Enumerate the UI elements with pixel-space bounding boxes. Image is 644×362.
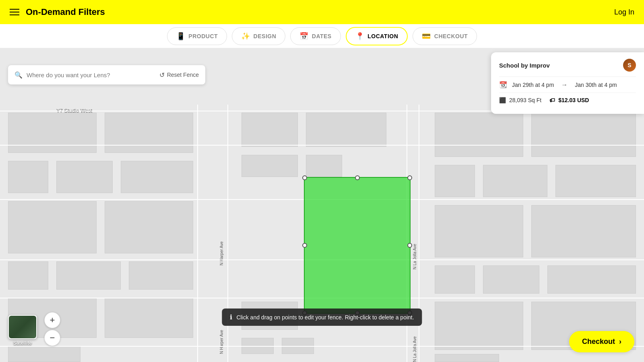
login-button[interactable]: Log In — [614, 8, 634, 16]
city-block — [531, 113, 636, 157]
city-block — [435, 302, 523, 350]
city-block — [8, 113, 97, 153]
info-icon: ℹ — [230, 313, 232, 321]
checkout-button[interactable]: Checkout › — [569, 331, 634, 352]
fence-handle-tm[interactable] — [355, 175, 360, 180]
step-dates-label: DATES — [312, 33, 332, 39]
zoom-controls: + − — [44, 312, 60, 346]
fence-handle-mr[interactable] — [407, 243, 412, 248]
city-block — [435, 354, 499, 362]
city-block — [435, 113, 523, 157]
step-product[interactable]: 📱 PRODUCT — [167, 27, 227, 45]
hamburger-menu[interactable] — [10, 9, 19, 15]
dates-row: 📆 Jan 29th at 4 pm → Jan 30th at 4 pm — [499, 76, 636, 93]
fence-handle-tl[interactable] — [302, 175, 307, 180]
step-design-label: DESIGN — [254, 33, 277, 39]
city-block — [435, 165, 475, 197]
header-left: On-Demand Filters — [10, 7, 105, 17]
search-icon: 🔍 — [14, 71, 23, 79]
road — [0, 346, 644, 347]
city-block — [8, 161, 48, 193]
design-icon: ✨ — [241, 32, 250, 41]
fence-tooltip: ℹ Click and drag on points to edit your … — [222, 309, 422, 326]
city-block — [56, 261, 121, 290]
zoom-in-button[interactable]: + — [44, 312, 60, 328]
city-block — [531, 205, 636, 257]
city-block — [8, 261, 48, 290]
city-block — [435, 265, 475, 294]
city-block — [8, 346, 80, 362]
fence-handle-tr[interactable] — [407, 175, 412, 180]
step-checkout-label: CHECKOUT — [434, 33, 468, 39]
location-icon: 📍 — [355, 32, 365, 41]
city-block — [555, 165, 636, 197]
city-block — [547, 265, 636, 294]
city-block — [56, 161, 113, 193]
city-block — [105, 201, 193, 253]
header: On-Demand Filters Log In — [0, 0, 644, 24]
city-block — [435, 205, 523, 257]
dates-icon: 📅 — [299, 32, 309, 41]
area-price-row: ⬛ 28,093 Sq Ft 🏷 $12.03 USD — [499, 93, 636, 107]
date-end: Jan 30th at 4 pm — [575, 82, 617, 88]
app-title: On-Demand Filters — [26, 7, 105, 17]
tooltip-text: Click and drag on points to edit your fe… — [236, 314, 414, 321]
fence-handle-ml[interactable] — [302, 243, 307, 248]
price-text: $12.03 USD — [558, 97, 589, 103]
city-block — [242, 155, 298, 177]
step-product-label: PRODUCT — [188, 33, 218, 39]
street-label-lajolla1: N La Jolla Ave — [413, 149, 417, 269]
city-block — [483, 165, 547, 197]
search-input[interactable] — [27, 72, 159, 78]
step-location[interactable]: 📍 LOCATION — [346, 27, 408, 45]
geofence[interactable] — [304, 177, 411, 314]
step-design[interactable]: ✨ DESIGN — [232, 27, 285, 45]
satellite-label: Satellite — [13, 340, 32, 346]
city-block — [483, 265, 539, 294]
checkout-icon: 💳 — [422, 32, 431, 41]
arrow-icon: → — [561, 81, 568, 88]
calendar-icon: 📆 — [499, 81, 507, 88]
city-block — [105, 113, 193, 153]
step-location-label: LOCATION — [367, 33, 398, 39]
zoom-out-button[interactable]: − — [44, 330, 60, 346]
city-block — [8, 201, 97, 253]
city-block — [105, 298, 193, 338]
price-tag-icon: 🏷 — [549, 97, 555, 103]
venue-name-text: School by Improv — [499, 62, 550, 69]
area-info: ⬛ 28,093 Sq Ft — [499, 97, 541, 103]
city-block — [121, 161, 193, 193]
area-text: 28,093 Sq Ft — [509, 97, 541, 103]
nav-steps: 📱 PRODUCT ✨ DESIGN 📅 DATES 📍 LOCATION 💳 … — [0, 24, 644, 48]
city-block — [129, 261, 193, 290]
reset-fence-label: Reset Fence — [167, 72, 199, 78]
city-block — [306, 113, 386, 147]
date-start: Jan 29th at 4 pm — [512, 82, 554, 88]
reset-icon: ↺ — [159, 71, 165, 79]
venue-avatar: S — [623, 59, 636, 72]
satellite-thumbnail — [8, 315, 37, 339]
price-info: 🏷 $12.03 USD — [549, 97, 589, 103]
road — [197, 105, 198, 362]
step-dates[interactable]: 📅 DATES — [290, 27, 341, 45]
city-block — [242, 113, 298, 147]
map-container[interactable]: Y7 Studio West N Harper Ave N Harper Ave… — [0, 48, 644, 362]
street-label-harper1: N Harper Ave — [219, 145, 224, 265]
chevron-right-icon: › — [619, 337, 621, 346]
reset-fence-button[interactable]: ↺ Reset Fence — [159, 71, 199, 79]
search-bar: 🔍 ↺ Reset Fence — [8, 65, 205, 84]
step-checkout[interactable]: 💳 CHECKOUT — [413, 27, 477, 45]
venue-name-row: School by Improv S — [499, 59, 636, 72]
road — [0, 145, 644, 146]
area-icon: ⬛ — [499, 97, 506, 103]
satellite-button[interactable]: Satellite — [8, 315, 37, 346]
product-icon: 📱 — [176, 32, 186, 41]
info-panel: School by Improv S 📆 Jan 29th at 4 pm → … — [491, 52, 644, 114]
city-block — [306, 155, 342, 177]
checkout-label: Checkout — [582, 337, 615, 346]
